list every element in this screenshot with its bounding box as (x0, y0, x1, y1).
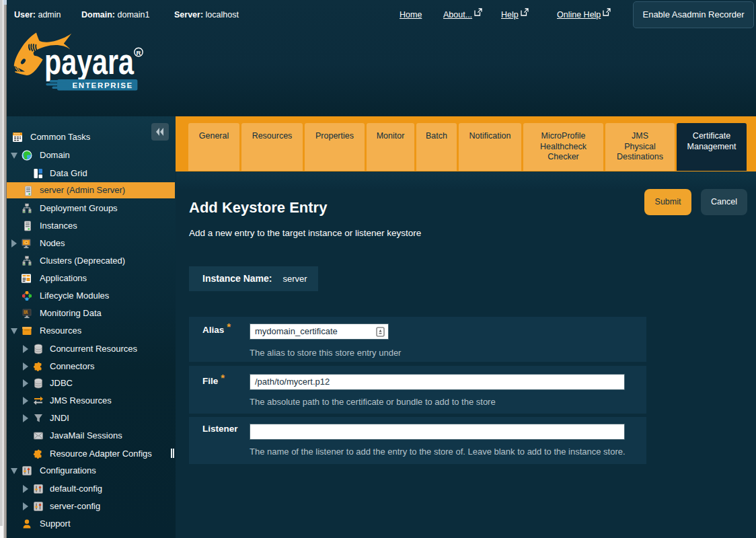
svg-text:ENTERPRISE: ENTERPRISE (73, 81, 134, 89)
svg-text:R: R (137, 49, 141, 56)
svg-text:payara: payara (44, 41, 135, 81)
